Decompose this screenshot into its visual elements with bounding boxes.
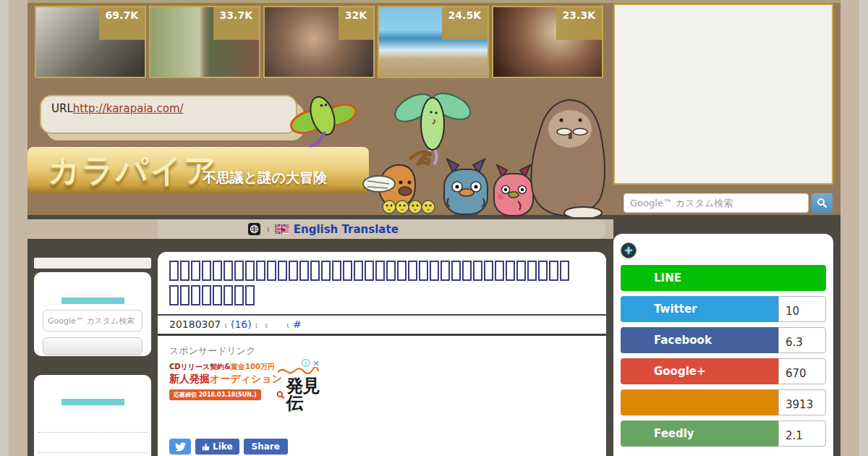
sidebar-list-item bbox=[38, 433, 147, 453]
fallback-glyph: ι bbox=[265, 321, 268, 330]
english-translate-link[interactable]: English Translate bbox=[294, 223, 399, 236]
fallback-glyph: ι bbox=[224, 321, 227, 330]
search-button[interactable] bbox=[812, 193, 833, 213]
ad-close-icon[interactable]: × bbox=[312, 358, 320, 368]
plus-icon[interactable]: + bbox=[621, 242, 637, 258]
facebook-share-button[interactable]: Facebook bbox=[621, 327, 778, 353]
top-thumbnail-1[interactable]: 69.7K bbox=[35, 6, 146, 78]
view-count-badge: 33.7K bbox=[213, 7, 259, 40]
article-date: 20180307 bbox=[169, 318, 221, 330]
top-thumbnail-5[interactable]: 23.3K bbox=[492, 6, 603, 78]
site-url-link[interactable]: http://karapaia.com/ bbox=[73, 102, 184, 115]
url-label: URL bbox=[51, 102, 73, 115]
ad-magnifier-icon bbox=[276, 390, 284, 400]
tweet-button[interactable] bbox=[169, 439, 191, 455]
sidebar-list-item bbox=[38, 413, 147, 433]
divider bbox=[158, 334, 606, 336]
ad-info-icon[interactable]: ⓘ bbox=[302, 358, 310, 368]
uk-us-flag-icon bbox=[275, 224, 289, 234]
share-row-googleplus: Google+ 670 bbox=[621, 358, 826, 384]
sidebar-heading-bar bbox=[61, 399, 124, 405]
sidebar-search-panel bbox=[34, 272, 151, 356]
fallback-glyph: ι bbox=[286, 321, 289, 330]
permalink-hash-link[interactable]: # bbox=[293, 318, 302, 330]
site-logo[interactable]: カラパイア bbox=[48, 149, 218, 192]
sidebar-list-panel bbox=[34, 375, 151, 456]
ad-product-area: 発見伝 bbox=[276, 363, 330, 412]
feedly-share-button[interactable]: Feedly bbox=[621, 421, 778, 447]
pink-bird-mascot bbox=[494, 165, 533, 217]
view-count-badge: 69.7K bbox=[99, 7, 145, 40]
share-row-line: LINE bbox=[621, 265, 826, 291]
page-left-margin bbox=[0, 0, 9, 456]
translate-bar: ι English Translate bbox=[158, 219, 606, 239]
divider bbox=[158, 314, 606, 316]
article-meta-row: 20180307ι(16)ιιι# bbox=[169, 318, 302, 330]
magnifier-icon bbox=[817, 198, 827, 208]
ad-placeholder-box bbox=[613, 4, 833, 185]
ad-banner[interactable]: CDリリース契約&賞金100万円 新人発掘オーディション 応募締切 2018.0… bbox=[169, 362, 330, 404]
page: 69.7K 33.7K 32K 24.5K 23.3K URLhttp://ka… bbox=[0, 0, 868, 456]
green-moth-mascot bbox=[288, 87, 362, 150]
article-title bbox=[169, 261, 595, 310]
hatena-share-count: 3913 bbox=[778, 389, 826, 415]
view-count-badge: 32K bbox=[339, 7, 373, 40]
fallback-glyph: ι bbox=[267, 224, 270, 234]
fallback-glyph: ι bbox=[255, 321, 258, 330]
ad-deadline: 応募締切 2018.03.18(SUN.) bbox=[169, 389, 261, 400]
top-thumbnail-4[interactable]: 24.5K bbox=[378, 6, 489, 78]
mascot-characters-illustration bbox=[288, 78, 608, 217]
like-label: Like bbox=[213, 442, 233, 452]
sidebar-heading-bar bbox=[61, 297, 124, 304]
hatena-share-button[interactable] bbox=[621, 389, 778, 415]
share-label: Share bbox=[252, 442, 280, 452]
green-moth-flying-mascot bbox=[391, 88, 474, 164]
globe-icon bbox=[248, 223, 260, 235]
sidebar-list-item bbox=[38, 453, 147, 456]
sidebar-top-strip bbox=[34, 258, 151, 269]
top-thumbnail-3[interactable]: 32K bbox=[263, 6, 375, 78]
line-share-button[interactable]: LINE bbox=[621, 265, 826, 291]
facebook-like-button[interactable]: Like bbox=[195, 439, 239, 455]
share-row-hatena: 3913 bbox=[621, 389, 826, 415]
sponsored-link-label: スポンサードリンク bbox=[169, 345, 255, 358]
article-title-line1 bbox=[169, 261, 595, 285]
googleplus-share-button[interactable]: Google+ bbox=[621, 358, 778, 384]
sidebar-search-input[interactable] bbox=[43, 310, 142, 332]
top-thumbnail-2[interactable]: 33.7K bbox=[149, 6, 260, 78]
view-count-badge: 24.5K bbox=[442, 7, 488, 40]
article-panel: 20180307ι(16)ιιι# スポンサードリンク CDリリース契約&賞金1… bbox=[158, 252, 606, 456]
thumb-up-icon bbox=[202, 443, 210, 451]
facebook-share-button[interactable]: Share bbox=[244, 439, 288, 455]
share-row-twitter: Twitter 10 bbox=[621, 296, 826, 322]
adchoices-icons: ⓘ× bbox=[299, 358, 320, 370]
facebook-share-count: 6.3 bbox=[778, 327, 826, 353]
ad-product-name: 発見伝 bbox=[286, 377, 330, 412]
share-row-facebook: Facebook 6.3 bbox=[621, 327, 826, 353]
blue-bird-mascot bbox=[444, 159, 488, 217]
article-social-buttons: Like Share bbox=[169, 439, 288, 455]
twitter-share-count: 10 bbox=[778, 296, 826, 322]
share-panel: + LINE Twitter 10 Facebook 6.3 Google+ 6… bbox=[613, 234, 833, 456]
twitter-bird-icon bbox=[175, 442, 186, 452]
comments-link[interactable]: (16) bbox=[231, 318, 252, 330]
article-title-line2 bbox=[169, 285, 595, 310]
brown-blob-mascot bbox=[531, 100, 605, 217]
url-box: URLhttp://karapaia.com/ bbox=[40, 95, 297, 134]
share-row-feedly: Feedly 2.1 bbox=[621, 421, 826, 447]
view-count-badge: 23.3K bbox=[556, 7, 602, 40]
feedly-share-count: 2.1 bbox=[778, 421, 826, 447]
search-input[interactable] bbox=[624, 193, 809, 213]
sidebar-search-button[interactable] bbox=[43, 337, 142, 355]
twitter-share-button[interactable]: Twitter bbox=[621, 296, 778, 322]
googleplus-share-count: 670 bbox=[778, 358, 826, 384]
page-right-margin bbox=[859, 0, 868, 456]
